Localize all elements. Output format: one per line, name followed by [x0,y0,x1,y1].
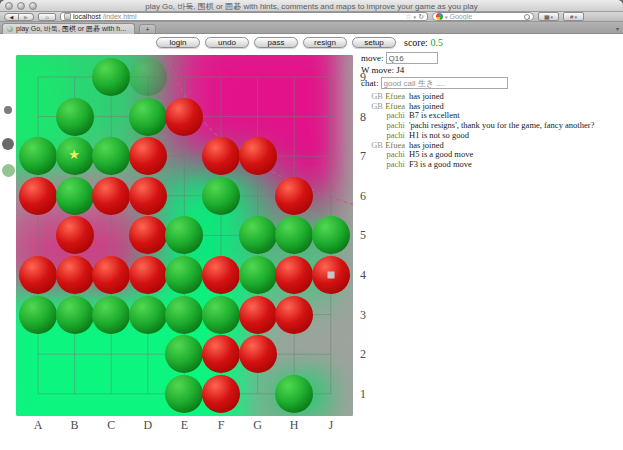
close-button[interactable] [5,2,13,10]
tab-bar: play Go, 바둑, 围棋 or 囲碁 with h... + ▾ [0,22,623,34]
col-label-C: C [104,418,118,433]
row-label-6: 6 [356,189,370,204]
button-undo[interactable]: undo [205,37,249,48]
stone-B5[interactable] [56,216,94,254]
stone-G5[interactable] [239,216,277,254]
row-label-1: 1 [356,387,370,402]
page-content: loginundopassresignsetup score: 0.5 ★ AB… [0,34,623,450]
score-display: score: 0.5 [404,37,443,48]
stone-D9[interactable] [129,58,167,96]
stone-C9[interactable] [92,58,130,96]
url-host: localhost [73,13,101,20]
stone-H3[interactable] [275,296,313,334]
stone-C6[interactable] [92,177,130,215]
zoom-button[interactable] [29,2,37,10]
chat-input[interactable] [381,77,508,89]
url-bar[interactable]: localhost/index.html ☆ ▾ ↻ [60,12,428,21]
stone-C4[interactable] [92,256,130,294]
stone-D4[interactable] [129,256,167,294]
minimize-button[interactable] [17,2,25,10]
col-label-A: A [31,418,45,433]
stone-G2[interactable] [239,335,277,373]
stone-F1[interactable] [202,375,240,413]
stone-D7[interactable] [129,137,167,175]
chevron-down-icon: ▾ [551,14,554,20]
stone-A3[interactable] [19,296,57,334]
go-board[interactable]: ★ [16,55,353,416]
stone-E1[interactable] [165,375,203,413]
col-label-H: H [287,418,301,433]
button-resign[interactable]: resign [303,37,347,48]
tools-icon: # [570,14,573,20]
forward-icon: ▶ [24,14,28,20]
stone-D8[interactable] [129,98,167,136]
chat-nick: Efuea [385,101,405,111]
stone-A6[interactable] [19,177,57,215]
bookmarks-button[interactable]: ▦▾ [538,12,559,21]
stone-F2[interactable] [202,335,240,373]
col-label-D: D [141,418,155,433]
tab-favicon [7,26,13,32]
chat-message: pachiF3 is a good move [361,160,617,170]
game-button-row: loginundopassresignsetup [156,37,396,48]
browser-toolbar: ◀ ▶ ⌂ localhost/index.html ☆ ▾ ↻ ▾ Googl… [0,12,623,22]
stone-G7[interactable] [239,137,277,175]
stone-F6[interactable] [202,177,240,215]
stone-B3[interactable] [56,296,94,334]
home-button[interactable]: ⌂ [38,13,56,21]
search-icon[interactable] [524,14,530,20]
forward-button[interactable]: ▶ [19,13,34,21]
stone-G3[interactable] [239,296,277,334]
new-tab-button[interactable]: + [139,24,156,34]
google-logo-icon [436,13,443,20]
chevron-down-icon: ▾ [574,14,577,20]
stone-B8[interactable] [56,98,94,136]
stone-J4[interactable] [312,256,350,294]
wmove-value: J4 [396,65,404,75]
stone-F3[interactable] [202,296,240,334]
country-prefix: GB [371,91,385,101]
indicator-dot-small [4,106,12,114]
stone-F4[interactable] [202,256,240,294]
stone-F7[interactable] [202,137,240,175]
stone-D6[interactable] [129,177,167,215]
button-setup[interactable]: setup [352,37,396,48]
chat-nick: pachi [387,110,405,120]
url-dropdown-icon[interactable]: ▾ [414,14,417,20]
reload-icon[interactable]: ↻ [418,13,424,21]
stone-A7[interactable] [19,137,57,175]
stone-B6[interactable] [56,177,94,215]
list-all-tabs-icon[interactable]: ▾ [616,25,619,32]
country-prefix: GB [371,140,385,150]
move-input[interactable] [386,52,438,64]
stone-H4[interactable] [275,256,313,294]
stone-B7[interactable]: ★ [56,137,94,175]
stone-G4[interactable] [239,256,277,294]
chat-nick: pachi [387,130,405,140]
stone-C3[interactable] [92,296,130,334]
tools-button[interactable]: #▾ [563,12,584,21]
stone-A4[interactable] [19,256,57,294]
search-engine-dropdown-icon[interactable]: ▾ [445,14,448,20]
tab-title: play Go, 바둑, 围棋 or 囲碁 with h... [16,24,126,34]
button-login[interactable]: login [156,37,200,48]
row-label-2: 2 [356,347,370,362]
site-favicon [64,13,71,20]
stone-J5[interactable] [312,216,350,254]
bookmark-star-icon[interactable]: ☆ [405,13,411,21]
stone-D3[interactable] [129,296,167,334]
back-button[interactable]: ◀ [4,13,19,21]
chat-log: GB Efueahas joinedGB Efueahas joinedpach… [361,92,617,170]
search-field[interactable]: ▾ Google [432,12,534,21]
button-pass[interactable]: pass [254,37,298,48]
stone-E3[interactable] [165,296,203,334]
stone-H1[interactable] [275,375,313,413]
country-prefix: GB [371,101,385,111]
tab-play-go[interactable]: play Go, 바둑, 围棋 or 囲碁 with h... [2,23,135,34]
stone-H6[interactable] [275,177,313,215]
chat-nick: Efuea [385,91,405,101]
stone-B4[interactable] [56,256,94,294]
stone-D5[interactable] [129,216,167,254]
stone-E8[interactable] [165,98,203,136]
indicator-dot-green [2,164,15,177]
